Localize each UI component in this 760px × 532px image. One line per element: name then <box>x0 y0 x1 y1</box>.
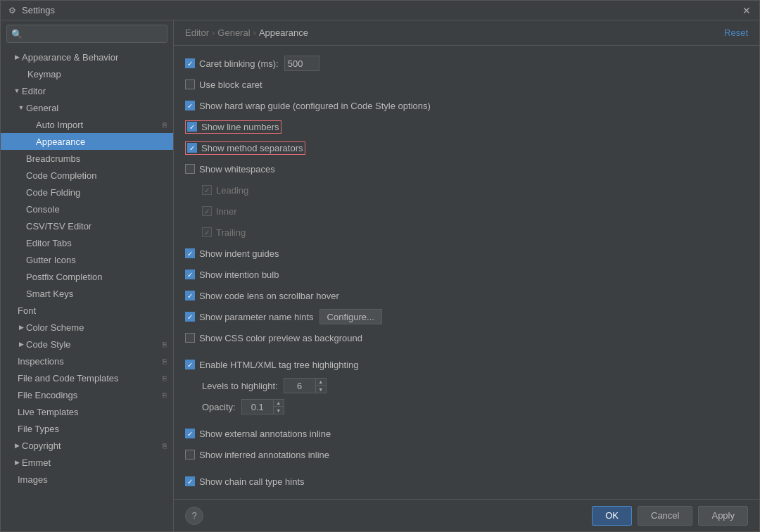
sidebar-item-editor-tabs[interactable]: Editor Tabs <box>1 234 173 251</box>
checkbox-icon <box>187 143 197 153</box>
trailing-checkbox[interactable]: Trailing <box>202 227 246 238</box>
show-line-numbers-row: Show line numbers <box>185 118 748 136</box>
expand-arrow: ▶ <box>12 457 22 467</box>
sidebar-item-color-scheme[interactable]: ▶ Color Scheme <box>1 319 173 336</box>
sidebar-item-label: Color Scheme <box>26 322 173 333</box>
show-method-separators-checkbox[interactable]: Show method separators <box>185 141 305 155</box>
show-whitespaces-label: Show whitespaces <box>199 164 275 175</box>
settings-window: ⚙ Settings ✕ ▶ Appearance & Behavior Key… <box>0 0 760 532</box>
sidebar-item-label: File and Code Templates <box>18 373 159 384</box>
sidebar-item-label: Images <box>18 474 173 485</box>
cancel-button[interactable]: Cancel <box>638 506 692 526</box>
show-whitespaces-row: Show whitespaces <box>185 160 748 178</box>
sidebar-item-general[interactable]: ▼ General <box>1 99 173 116</box>
show-external-annotations-checkbox[interactable]: Show external annotations inline <box>185 429 331 439</box>
title-bar: ⚙ Settings ✕ <box>1 1 759 20</box>
close-button[interactable]: ✕ <box>740 4 754 18</box>
opacity-spin-down[interactable]: ▼ <box>274 407 284 414</box>
sidebar-item-postfix-completion[interactable]: Postfix Completion <box>1 268 173 285</box>
sidebar-item-csv-tsv-editor[interactable]: CSV/TSV Editor <box>1 217 173 234</box>
trailing-label: Trailing <box>216 227 246 238</box>
sidebar-item-gutter-icons[interactable]: Gutter Icons <box>1 251 173 268</box>
show-inferred-annotations-row: Show inferred annotations inline <box>185 445 748 464</box>
show-parameter-hints-checkbox[interactable]: Show parameter name hints <box>185 312 314 322</box>
sidebar-item-inspections[interactable]: Inspections ⎘ <box>1 353 173 369</box>
opacity-input[interactable] <box>241 399 273 414</box>
show-hard-wrap-checkbox[interactable]: Show hard wrap guide (configured in Code… <box>185 101 431 111</box>
checkbox-icon <box>202 206 212 216</box>
footer: ? OK Cancel Apply <box>174 499 759 531</box>
show-whitespaces-checkbox[interactable]: Show whitespaces <box>185 164 275 175</box>
sidebar-item-auto-import[interactable]: Auto Import ⎘ <box>1 116 173 133</box>
sidebar-item-file-and-code-templates[interactable]: File and Code Templates ⎘ <box>1 369 173 386</box>
show-css-color-checkbox[interactable]: Show CSS color preview as background <box>185 333 362 343</box>
sidebar-item-label: Font <box>18 305 173 316</box>
show-line-numbers-checkbox[interactable]: Show line numbers <box>185 120 281 134</box>
levels-spin-up[interactable]: ▲ <box>316 379 326 386</box>
opacity-spin-up[interactable]: ▲ <box>274 400 284 407</box>
sidebar-item-file-encodings[interactable]: File Encodings ⎘ <box>1 386 173 403</box>
sidebar-item-label: Auto Import <box>36 120 159 130</box>
expand-arrow <box>26 120 36 129</box>
show-external-annotations-label: Show external annotations inline <box>199 429 331 439</box>
breadcrumb-sep2: › <box>253 27 256 38</box>
caret-blinking-input[interactable] <box>284 56 319 71</box>
help-button[interactable]: ? <box>185 507 203 525</box>
configure-button[interactable]: Configure... <box>319 309 382 324</box>
enable-html-xml-checkbox[interactable]: Enable HTML/XML tag tree highlighting <box>185 360 358 370</box>
sidebar-item-images[interactable]: Images <box>1 471 173 488</box>
show-css-color-label: Show CSS color preview as background <box>199 333 362 343</box>
show-method-separators-label: Show method separators <box>201 143 303 153</box>
sidebar-item-label: Editor Tabs <box>26 238 173 248</box>
sidebar-item-console[interactable]: Console <box>1 201 173 217</box>
checkbox-icon <box>185 476 195 486</box>
inner-checkbox[interactable]: Inner <box>202 206 237 217</box>
apply-button[interactable]: Apply <box>698 506 748 526</box>
checkbox-icon <box>187 122 197 132</box>
show-indent-guides-checkbox[interactable]: Show indent guides <box>185 248 279 259</box>
sidebar-item-editor[interactable]: ▼ Editor <box>1 82 173 99</box>
levels-spin-down[interactable]: ▼ <box>316 386 326 393</box>
use-block-caret-row: Use block caret <box>185 75 748 94</box>
sidebar-item-keymap[interactable]: Keymap <box>1 65 173 82</box>
expand-arrow: ▼ <box>16 103 26 113</box>
show-chain-call-row: Show chain call type hints <box>185 472 748 490</box>
show-inferred-annotations-checkbox[interactable]: Show inferred annotations inline <box>185 450 329 460</box>
sidebar-item-appearance[interactable]: Appearance <box>1 133 173 150</box>
show-method-separators-row: Show method separators <box>185 139 748 157</box>
sidebar-item-breadcrumbs[interactable]: Breadcrumbs <box>1 150 173 167</box>
sidebar-item-code-style[interactable]: ▶ Code Style ⎘ <box>1 336 173 353</box>
show-intention-bulb-checkbox[interactable]: Show intention bulb <box>185 270 279 280</box>
sidebar-item-copyright[interactable]: ▶ Copyright ⎘ <box>1 437 173 454</box>
leading-checkbox[interactable]: Leading <box>202 185 248 196</box>
content-header: Editor › General › Appearance Reset <box>174 20 759 46</box>
sidebar-item-emmet[interactable]: ▶ Emmet <box>1 454 173 471</box>
breadcrumb-sep1: › <box>212 27 215 38</box>
sidebar-item-font[interactable]: Font <box>1 302 173 319</box>
checkbox-icon <box>185 291 195 300</box>
sidebar-item-appearance-behavior[interactable]: ▶ Appearance & Behavior <box>1 49 173 65</box>
search-input[interactable] <box>11 29 163 39</box>
show-code-lens-checkbox[interactable]: Show code lens on scrollbar hover <box>185 291 339 301</box>
show-hard-wrap-label: Show hard wrap guide (configured in Code… <box>199 101 431 111</box>
sidebar-item-code-folding[interactable]: Code Folding <box>1 184 173 201</box>
show-indent-guides-label: Show indent guides <box>199 248 279 259</box>
sidebar-item-live-templates[interactable]: Live Templates <box>1 403 173 420</box>
sidebar-item-label: General <box>26 103 173 113</box>
sidebar-item-code-completion[interactable]: Code Completion <box>1 167 173 184</box>
caret-blinking-checkbox[interactable]: Caret blinking (ms): <box>185 58 279 69</box>
sidebar-item-file-types[interactable]: File Types <box>1 420 173 437</box>
copy-icon: ⎘ <box>159 389 170 400</box>
show-inferred-annotations-label: Show inferred annotations inline <box>199 450 329 460</box>
sidebar-item-label: Code Folding <box>26 187 173 198</box>
show-chain-call-checkbox[interactable]: Show chain call type hints <box>185 476 305 487</box>
use-block-caret-checkbox[interactable]: Use block caret <box>185 80 262 90</box>
copy-icon: ⎘ <box>159 440 170 451</box>
reset-button[interactable]: Reset <box>724 27 748 38</box>
sidebar-item-label: Smart Keys <box>26 289 173 299</box>
ok-button[interactable]: OK <box>592 506 632 526</box>
levels-input[interactable] <box>284 378 315 393</box>
sidebar-item-smart-keys[interactable]: Smart Keys <box>1 285 173 302</box>
levels-to-highlight-label: Levels to highlight: <box>202 381 278 391</box>
opacity-spinner-buttons: ▲ ▼ <box>273 399 284 414</box>
